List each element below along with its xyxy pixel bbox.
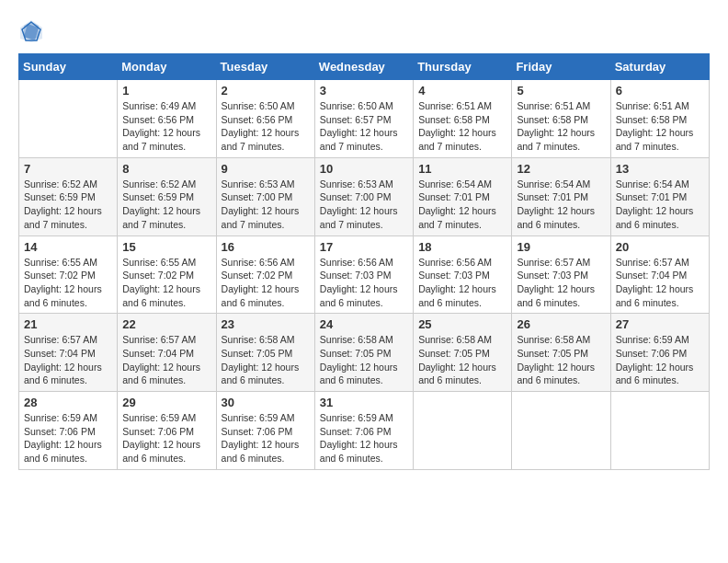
day-number: 24 <box>320 317 408 331</box>
day-number: 31 <box>320 396 408 409</box>
calendar-cell: 30Sunrise: 6:59 AMSunset: 7:06 PMDayligh… <box>216 392 314 470</box>
day-info: Sunrise: 6:53 AMSunset: 7:00 PMDaylight:… <box>320 178 408 232</box>
calendar-week-row: 7Sunrise: 6:52 AMSunset: 6:59 PMDaylight… <box>19 157 710 236</box>
day-number: 18 <box>418 240 506 254</box>
day-info: Sunrise: 6:57 AMSunset: 7:04 PMDaylight:… <box>122 333 210 387</box>
calendar-header-sunday: Sunday <box>19 54 118 80</box>
calendar-cell <box>19 80 118 158</box>
day-info: Sunrise: 6:58 AMSunset: 7:05 PMDaylight:… <box>222 333 310 387</box>
day-info: Sunrise: 6:52 AMSunset: 6:59 PMDaylight:… <box>24 178 112 232</box>
day-info: Sunrise: 6:57 AMSunset: 7:04 PMDaylight:… <box>24 333 112 387</box>
day-number: 7 <box>24 162 112 176</box>
calendar-cell: 24Sunrise: 6:58 AMSunset: 7:05 PMDayligh… <box>314 314 413 392</box>
calendar-table: SundayMondayTuesdayWednesdayThursdayFrid… <box>18 53 710 470</box>
calendar-header-row: SundayMondayTuesdayWednesdayThursdayFrid… <box>19 54 710 80</box>
day-info: Sunrise: 6:59 AMSunset: 7:06 PMDaylight:… <box>616 333 704 387</box>
calendar-cell: 16Sunrise: 6:56 AMSunset: 7:02 PMDayligh… <box>216 236 314 314</box>
calendar-cell: 31Sunrise: 6:59 AMSunset: 7:06 PMDayligh… <box>314 392 413 470</box>
calendar-cell: 9Sunrise: 6:53 AMSunset: 7:00 PMDaylight… <box>216 157 314 236</box>
calendar-cell: 6Sunrise: 6:51 AMSunset: 6:58 PMDaylight… <box>610 80 709 158</box>
day-number: 28 <box>24 396 112 409</box>
day-number: 1 <box>122 84 210 98</box>
day-info: Sunrise: 6:56 AMSunset: 7:03 PMDaylight:… <box>418 256 506 310</box>
calendar-week-row: 28Sunrise: 6:59 AMSunset: 7:06 PMDayligh… <box>19 392 710 470</box>
day-info: Sunrise: 6:51 AMSunset: 6:58 PMDaylight:… <box>517 99 605 154</box>
day-number: 17 <box>320 240 408 254</box>
calendar-cell <box>414 392 512 470</box>
day-info: Sunrise: 6:51 AMSunset: 6:58 PMDaylight:… <box>418 99 506 154</box>
day-number: 8 <box>122 162 210 176</box>
logo <box>18 18 48 44</box>
day-info: Sunrise: 6:57 AMSunset: 7:04 PMDaylight:… <box>616 256 704 310</box>
day-number: 12 <box>517 162 605 176</box>
calendar-cell: 23Sunrise: 6:58 AMSunset: 7:05 PMDayligh… <box>216 314 314 392</box>
day-info: Sunrise: 6:54 AMSunset: 7:01 PMDaylight:… <box>418 178 506 232</box>
day-number: 3 <box>320 84 408 98</box>
calendar-cell: 28Sunrise: 6:59 AMSunset: 7:06 PMDayligh… <box>19 392 118 470</box>
calendar-cell: 27Sunrise: 6:59 AMSunset: 7:06 PMDayligh… <box>610 314 709 392</box>
calendar-cell: 18Sunrise: 6:56 AMSunset: 7:03 PMDayligh… <box>414 236 512 314</box>
day-info: Sunrise: 6:59 AMSunset: 7:06 PMDaylight:… <box>122 411 210 465</box>
calendar-header-wednesday: Wednesday <box>314 54 413 80</box>
day-info: Sunrise: 6:59 AMSunset: 7:06 PMDaylight:… <box>320 411 408 465</box>
calendar-cell: 15Sunrise: 6:55 AMSunset: 7:02 PMDayligh… <box>118 236 216 314</box>
day-info: Sunrise: 6:51 AMSunset: 6:58 PMDaylight:… <box>616 99 704 154</box>
calendar-cell: 14Sunrise: 6:55 AMSunset: 7:02 PMDayligh… <box>19 236 118 314</box>
day-info: Sunrise: 6:49 AMSunset: 6:56 PMDaylight:… <box>122 99 210 154</box>
day-info: Sunrise: 6:57 AMSunset: 7:03 PMDaylight:… <box>517 256 605 310</box>
day-number: 21 <box>24 317 112 331</box>
calendar-week-row: 14Sunrise: 6:55 AMSunset: 7:02 PMDayligh… <box>19 236 710 314</box>
calendar-cell: 19Sunrise: 6:57 AMSunset: 7:03 PMDayligh… <box>512 236 610 314</box>
page-header <box>18 18 710 44</box>
calendar-header-tuesday: Tuesday <box>216 54 314 80</box>
calendar-cell: 5Sunrise: 6:51 AMSunset: 6:58 PMDaylight… <box>512 80 610 158</box>
calendar-cell: 1Sunrise: 6:49 AMSunset: 6:56 PMDaylight… <box>118 80 216 158</box>
calendar-cell: 4Sunrise: 6:51 AMSunset: 6:58 PMDaylight… <box>414 80 512 158</box>
day-info: Sunrise: 6:50 AMSunset: 6:57 PMDaylight:… <box>320 99 408 154</box>
calendar-cell <box>512 392 610 470</box>
calendar-cell: 8Sunrise: 6:52 AMSunset: 6:59 PMDaylight… <box>118 157 216 236</box>
day-info: Sunrise: 6:53 AMSunset: 7:00 PMDaylight:… <box>222 178 310 232</box>
day-number: 6 <box>616 84 704 98</box>
day-number: 5 <box>517 84 605 98</box>
calendar-cell: 22Sunrise: 6:57 AMSunset: 7:04 PMDayligh… <box>118 314 216 392</box>
calendar-cell: 21Sunrise: 6:57 AMSunset: 7:04 PMDayligh… <box>19 314 118 392</box>
day-number: 29 <box>122 396 210 409</box>
day-info: Sunrise: 6:56 AMSunset: 7:03 PMDaylight:… <box>320 256 408 310</box>
day-number: 30 <box>222 396 310 409</box>
day-info: Sunrise: 6:50 AMSunset: 6:56 PMDaylight:… <box>222 99 310 154</box>
day-info: Sunrise: 6:55 AMSunset: 7:02 PMDaylight:… <box>122 256 210 310</box>
day-number: 10 <box>320 162 408 176</box>
calendar-cell: 10Sunrise: 6:53 AMSunset: 7:00 PMDayligh… <box>314 157 413 236</box>
day-number: 4 <box>418 84 506 98</box>
day-number: 11 <box>418 162 506 176</box>
calendar-cell <box>610 392 709 470</box>
calendar-cell: 13Sunrise: 6:54 AMSunset: 7:01 PMDayligh… <box>610 157 709 236</box>
calendar-week-row: 21Sunrise: 6:57 AMSunset: 7:04 PMDayligh… <box>19 314 710 392</box>
day-number: 13 <box>616 162 704 176</box>
calendar-cell: 2Sunrise: 6:50 AMSunset: 6:56 PMDaylight… <box>216 80 314 158</box>
day-number: 14 <box>24 240 112 254</box>
day-number: 26 <box>517 317 605 331</box>
calendar-cell: 7Sunrise: 6:52 AMSunset: 6:59 PMDaylight… <box>19 157 118 236</box>
day-number: 22 <box>122 317 210 331</box>
day-info: Sunrise: 6:52 AMSunset: 6:59 PMDaylight:… <box>122 178 210 232</box>
day-info: Sunrise: 6:56 AMSunset: 7:02 PMDaylight:… <box>222 256 310 310</box>
calendar-cell: 26Sunrise: 6:58 AMSunset: 7:05 PMDayligh… <box>512 314 610 392</box>
day-info: Sunrise: 6:58 AMSunset: 7:05 PMDaylight:… <box>418 333 506 387</box>
calendar-header-saturday: Saturday <box>610 54 709 80</box>
day-info: Sunrise: 6:54 AMSunset: 7:01 PMDaylight:… <box>616 178 704 232</box>
day-info: Sunrise: 6:58 AMSunset: 7:05 PMDaylight:… <box>517 333 605 387</box>
calendar-cell: 11Sunrise: 6:54 AMSunset: 7:01 PMDayligh… <box>414 157 512 236</box>
calendar-cell: 20Sunrise: 6:57 AMSunset: 7:04 PMDayligh… <box>610 236 709 314</box>
day-number: 16 <box>222 240 310 254</box>
calendar-cell: 17Sunrise: 6:56 AMSunset: 7:03 PMDayligh… <box>314 236 413 314</box>
day-info: Sunrise: 6:58 AMSunset: 7:05 PMDaylight:… <box>320 333 408 387</box>
calendar-cell: 12Sunrise: 6:54 AMSunset: 7:01 PMDayligh… <box>512 157 610 236</box>
calendar-cell: 29Sunrise: 6:59 AMSunset: 7:06 PMDayligh… <box>118 392 216 470</box>
calendar-header-monday: Monday <box>118 54 216 80</box>
day-number: 19 <box>517 240 605 254</box>
day-number: 15 <box>122 240 210 254</box>
calendar-cell: 3Sunrise: 6:50 AMSunset: 6:57 PMDaylight… <box>314 80 413 158</box>
calendar-header-thursday: Thursday <box>414 54 512 80</box>
